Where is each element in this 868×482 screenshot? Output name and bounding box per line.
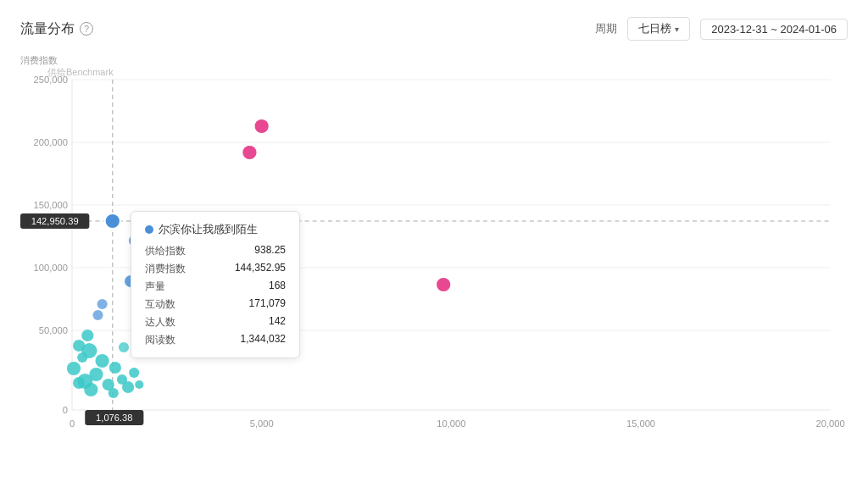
period-label: 周期 bbox=[595, 21, 617, 36]
tooltip-row: 供给指数938.25 bbox=[145, 244, 286, 258]
svg-point-21 bbox=[255, 119, 269, 133]
help-icon[interactable]: ? bbox=[80, 22, 93, 36]
tooltip-row-value: 142 bbox=[269, 315, 286, 330]
svg-point-39 bbox=[84, 383, 97, 396]
svg-text:250,000: 250,000 bbox=[34, 75, 68, 85]
chart-area: 消费指数 供给Benchmark 250,000 200,000 150,000… bbox=[20, 54, 848, 444]
period-dropdown[interactable]: 七日榜 ▾ bbox=[627, 17, 690, 41]
svg-text:100,000: 100,000 bbox=[34, 263, 68, 273]
tooltip: 尔滨你让我感到陌生 供给指数938.25消费指数144,352.95声量168互… bbox=[131, 211, 300, 358]
page-container: 流量分布 ? 周期 七日榜 ▾ 2023-12-31 ~ 2024-01-06 … bbox=[0, 0, 868, 482]
tooltip-row-label: 供给指数 bbox=[145, 244, 186, 258]
tooltip-row-value: 171,079 bbox=[249, 297, 286, 312]
tooltip-row-value: 938.25 bbox=[254, 244, 286, 258]
svg-point-41 bbox=[129, 368, 139, 378]
chart-header: 流量分布 ? 周期 七日榜 ▾ 2023-12-31 ~ 2024-01-06 bbox=[20, 17, 848, 41]
svg-text:20,000: 20,000 bbox=[816, 418, 845, 429]
svg-point-22 bbox=[242, 146, 256, 159]
tooltip-row-value: 1,344,032 bbox=[241, 333, 286, 347]
svg-point-20 bbox=[105, 213, 120, 229]
tooltip-row-label: 互动数 bbox=[145, 297, 175, 312]
svg-point-32 bbox=[109, 362, 121, 374]
svg-point-42 bbox=[135, 380, 143, 389]
tooltip-title: 尔滨你让我感到陌生 bbox=[145, 222, 286, 237]
svg-point-31 bbox=[95, 354, 108, 368]
svg-point-44 bbox=[77, 352, 87, 363]
svg-text:0: 0 bbox=[63, 405, 68, 415]
date-range: 2023-12-31 ~ 2024-01-06 bbox=[700, 19, 848, 40]
svg-text:1,076.38: 1,076.38 bbox=[96, 413, 132, 423]
svg-point-23 bbox=[437, 278, 450, 291]
tooltip-row-label: 消费指数 bbox=[145, 262, 186, 276]
title-area: 流量分布 ? bbox=[20, 20, 93, 38]
tooltip-row: 达人数142 bbox=[145, 315, 286, 330]
period-value: 七日榜 bbox=[638, 21, 671, 36]
tooltip-row: 互动数171,079 bbox=[145, 297, 286, 312]
tooltip-row-value: 168 bbox=[269, 280, 286, 294]
tooltip-dot bbox=[145, 225, 153, 234]
svg-point-43 bbox=[67, 362, 81, 375]
svg-text:0: 0 bbox=[70, 418, 75, 429]
svg-point-29 bbox=[97, 299, 107, 309]
svg-point-45 bbox=[73, 340, 85, 352]
svg-point-28 bbox=[92, 310, 103, 320]
chart-title: 流量分布 bbox=[20, 20, 75, 38]
svg-text:200,000: 200,000 bbox=[34, 137, 68, 147]
tooltip-row-value: 144,352.95 bbox=[235, 262, 286, 276]
tooltip-row: 声量168 bbox=[145, 280, 286, 294]
chevron-down-icon: ▾ bbox=[675, 25, 679, 34]
svg-point-47 bbox=[119, 342, 129, 352]
tooltip-row-label: 阅读数 bbox=[145, 333, 175, 347]
svg-point-37 bbox=[122, 381, 134, 393]
svg-point-38 bbox=[108, 388, 119, 398]
svg-text:150,000: 150,000 bbox=[34, 200, 68, 210]
tooltip-row-label: 达人数 bbox=[145, 315, 175, 330]
tooltip-song-name: 尔滨你让我感到陌生 bbox=[159, 222, 258, 237]
svg-text:50,000: 50,000 bbox=[39, 325, 68, 335]
svg-text:5,000: 5,000 bbox=[250, 418, 274, 429]
tooltip-row: 消费指数144,352.95 bbox=[145, 262, 286, 276]
tooltip-row-label: 声量 bbox=[145, 280, 165, 294]
tooltip-rows: 供给指数938.25消费指数144,352.95声量168互动数171,079达… bbox=[145, 244, 286, 347]
controls-area: 周期 七日榜 ▾ 2023-12-31 ~ 2024-01-06 bbox=[595, 17, 848, 41]
tooltip-row: 阅读数1,344,032 bbox=[145, 333, 286, 347]
svg-text:10,000: 10,000 bbox=[437, 418, 465, 429]
svg-point-40 bbox=[73, 377, 85, 389]
svg-point-46 bbox=[81, 330, 93, 341]
svg-text:15,000: 15,000 bbox=[626, 418, 655, 429]
svg-text:142,950.39: 142,950.39 bbox=[31, 216, 79, 226]
